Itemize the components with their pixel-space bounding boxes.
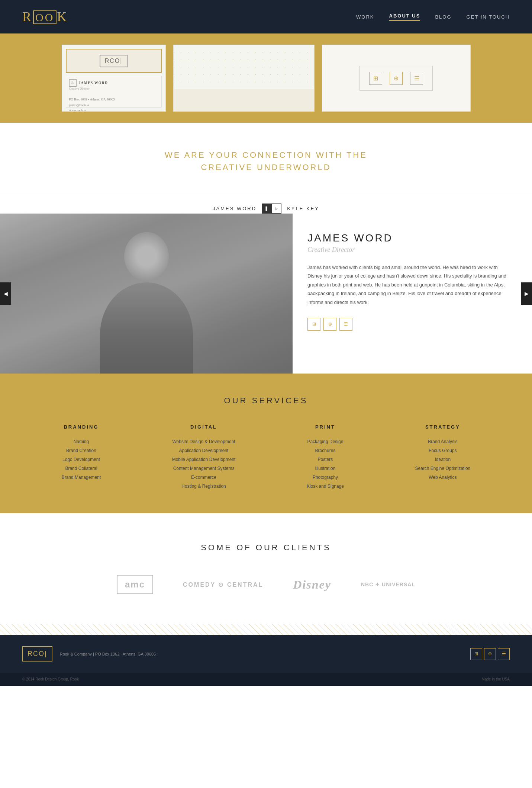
list-item: Content Management Systems — [172, 464, 236, 473]
services-section: OUR SERVICES BRANDING Naming Brand Creat… — [0, 374, 532, 513]
social-icon-2[interactable]: ⊕ — [323, 318, 336, 331]
team-divider: ▌ ▷ — [262, 204, 281, 214]
service-branding: BRANDING Naming Brand Creation Logo Deve… — [62, 424, 101, 491]
card-name: JAMES WORD — [79, 80, 108, 86]
footer-icon-2[interactable]: ⊕ — [484, 648, 496, 660]
list-item: Illustration — [307, 464, 344, 473]
list-item: Logo Development — [62, 455, 101, 464]
list-item: Packaging Design — [307, 437, 344, 446]
list-item: Ideation — [415, 455, 471, 464]
footer-icons: ⊞ ⊕ ☰ — [470, 648, 510, 660]
service-print-title: PRINT — [307, 424, 344, 430]
clients-heading: SOME OF OUR CLIENTS — [30, 543, 502, 552]
footer-address: Rook & Company | PO Box 1062 · Athens, G… — [60, 652, 156, 656]
list-item: Focus Groups — [415, 446, 471, 455]
social-icon-1[interactable]: ⊞ — [307, 318, 320, 331]
client-nbc: NBC ✦ UNIVERSAL — [361, 582, 415, 587]
icon-2: ⊕ — [390, 72, 403, 85]
client-disney: Disney — [293, 578, 331, 592]
bio-section: ◀ JAMES WORD Creative Director James has… — [0, 214, 532, 374]
list-item: E-commerce — [172, 473, 236, 482]
clients-logos: amc COMEDY ⊙ CENTRAL Disney NBC ✦ UNIVER… — [30, 575, 502, 594]
bio-photo — [0, 214, 293, 374]
nav-contact[interactable]: GET IN TOUCH — [467, 14, 510, 20]
services-heading: OUR SERVICES — [30, 396, 502, 406]
service-print-list: Packaging Design Brochures Posters Illus… — [307, 437, 344, 491]
site-logo[interactable]: ROOK — [22, 9, 68, 25]
list-item: Brand Management — [62, 473, 101, 482]
list-item: Brand Creation — [62, 446, 101, 455]
card-title: Creative Director — [69, 87, 158, 92]
card-address3: www.rook.is — [69, 108, 158, 113]
service-digital: DIGITAL Website Design & Development App… — [172, 424, 236, 491]
list-item: Posters — [307, 455, 344, 464]
service-branding-title: BRANDING — [62, 424, 101, 430]
toggle-left[interactable]: ▌ — [262, 204, 272, 213]
bio-social-icons: ⊞ ⊕ ☰ — [307, 318, 513, 331]
footer-bottom: © 2014 Rook Design Group, Rook Made in t… — [0, 673, 532, 686]
clients-section: SOME OF OUR CLIENTS amc COMEDY ⊙ CENTRAL… — [0, 513, 532, 624]
team-james[interactable]: JAMES WORD — [207, 206, 262, 211]
list-item: Brand Collateral — [62, 464, 101, 473]
bio-name: JAMES WORD — [307, 232, 513, 244]
list-item: Photography — [307, 473, 344, 482]
services-grid: BRANDING Naming Brand Creation Logo Deve… — [30, 424, 502, 491]
header: ROOK WORK ABOUT US BLOG GET IN TOUCH — [0, 0, 532, 33]
team-toggle[interactable]: ▌ ▷ — [262, 204, 281, 214]
bio-title: Creative Director — [307, 246, 513, 254]
card-logo-area: RCO| — [66, 49, 162, 73]
card-address2: james@rook.is — [69, 102, 158, 108]
hero-banner: RCO| R JAMES WORD Creative Director PO B… — [0, 33, 532, 123]
made-in: Made in the USA — [481, 677, 510, 681]
list-item: Hosting & Registration — [172, 482, 236, 491]
hero-card-middle — [173, 45, 315, 112]
toggle-right[interactable]: ▷ — [272, 204, 281, 213]
nav-about[interactable]: ABOUT US — [389, 13, 420, 21]
card-logo: RCO| — [105, 58, 123, 64]
list-item: Mobile Application Development — [172, 455, 236, 464]
hero-card-left: RCO| R JAMES WORD Creative Director PO B… — [62, 45, 166, 112]
copyright: © 2014 Rook Design Group, Rook — [22, 677, 79, 681]
card-address1: PO Box 1062 • Athens, GA 30605 — [69, 97, 158, 102]
list-item: Kiosk and Signage — [307, 482, 344, 491]
service-digital-title: DIGITAL — [172, 424, 236, 430]
service-digital-list: Website Design & Development Application… — [172, 437, 236, 491]
next-arrow[interactable]: ▶ — [521, 282, 532, 305]
list-item: Brochures — [307, 446, 344, 455]
footer-icon-3[interactable]: ☰ — [498, 648, 510, 660]
tagline-section: WE ARE YOUR CONNECTION WITH THE CREATIVE… — [0, 123, 532, 196]
bio-text: James has worked with clients big and sm… — [307, 263, 513, 307]
bio-content: JAMES WORD Creative Director James has w… — [293, 214, 532, 374]
icon-3: ☰ — [410, 72, 423, 85]
main-nav: WORK ABOUT US BLOG GET IN TOUCH — [356, 13, 510, 21]
footer-icon-1[interactable]: ⊞ — [470, 648, 482, 660]
nav-blog[interactable]: BLOG — [435, 14, 451, 20]
list-item: Web Analytics — [415, 473, 471, 482]
decorative-band — [0, 624, 532, 635]
team-kyle[interactable]: KYLE KEY — [281, 206, 325, 211]
tagline-text: WE ARE YOUR CONNECTION WITH THE CREATIVE… — [15, 149, 517, 173]
list-item: Naming — [62, 437, 101, 446]
prev-arrow[interactable]: ◀ — [0, 282, 11, 305]
card-contact: R JAMES WORD Creative Director PO Box 10… — [66, 76, 162, 108]
service-strategy: STRATEGY Brand Analysis Focus Groups Ide… — [415, 424, 471, 491]
list-item: Search Engine Optimization — [415, 464, 471, 473]
client-amc: amc — [117, 575, 153, 594]
icon-1: ⊞ — [369, 72, 382, 85]
footer-left: RCO| Rook & Company | PO Box 1062 · Athe… — [22, 646, 156, 662]
service-strategy-title: STRATEGY — [415, 424, 471, 430]
service-strategy-list: Brand Analysis Focus Groups Ideation Sea… — [415, 437, 471, 482]
hero-card-right: ⊞ ⊕ ☰ — [322, 45, 471, 112]
social-icon-3[interactable]: ☰ — [339, 318, 352, 331]
list-item: Application Development — [172, 446, 236, 455]
list-item: Website Design & Development — [172, 437, 236, 446]
logo-text: ROOK — [22, 9, 68, 24]
footer: RCO| Rook & Company | PO Box 1062 · Athe… — [0, 635, 532, 673]
service-print: PRINT Packaging Design Brochures Posters… — [307, 424, 344, 491]
card-icons: ⊞ ⊕ ☰ — [359, 66, 433, 91]
client-comedy-central: COMEDY ⊙ CENTRAL — [183, 581, 263, 588]
nav-work[interactable]: WORK — [356, 14, 374, 20]
footer-logo: RCO| — [22, 646, 52, 662]
team-selector: JAMES WORD ▌ ▷ KYLE KEY — [0, 196, 532, 214]
service-branding-list: Naming Brand Creation Logo Development B… — [62, 437, 101, 482]
